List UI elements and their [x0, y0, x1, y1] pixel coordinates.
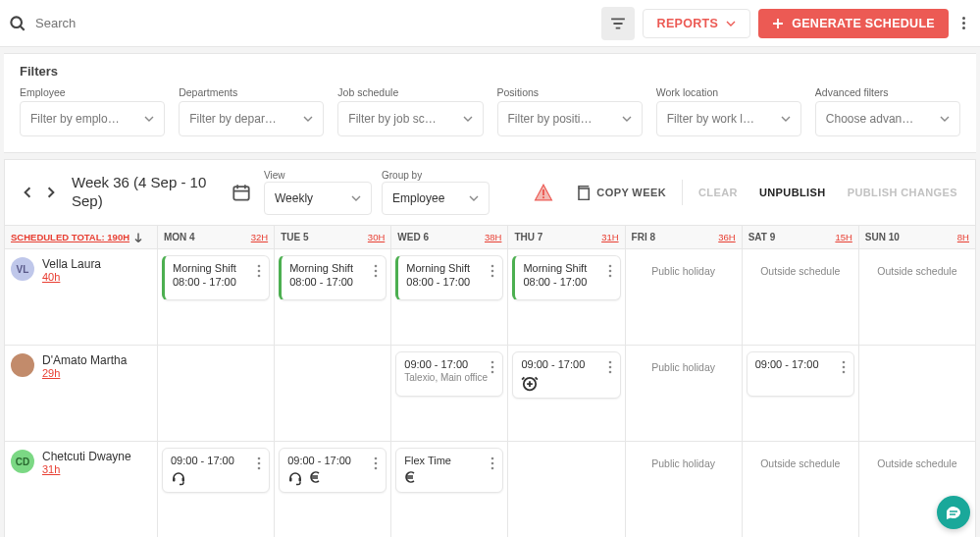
day-cell[interactable] [859, 346, 975, 441]
day-cell[interactable]: Morning Shift08:00 - 17:00 [508, 249, 625, 345]
day-cell[interactable]: Morning Shift08:00 - 17:00 [275, 249, 391, 345]
clear-button[interactable]: CLEAR [693, 181, 744, 204]
scheduled-total-link[interactable]: SCHEDULED TOTAL: 190H [11, 232, 129, 242]
day-header: FRI 8 36H [626, 226, 743, 248]
shift-menu-button[interactable] [489, 358, 496, 390]
shift-card[interactable]: 09:00 - 17:00 [747, 351, 854, 397]
employee-name: Chetcuti Dwayne [42, 450, 131, 463]
shift-menu-button[interactable] [606, 358, 614, 392]
search-input[interactable] [33, 15, 230, 31]
day-cell[interactable]: 09:00 - 17:00 [275, 442, 391, 537]
view-label: View [264, 170, 372, 181]
shift-menu-button[interactable] [372, 455, 380, 486]
shift-card[interactable]: Morning Shift08:00 - 17:00 [279, 255, 387, 300]
shift-time: 08:00 - 17:00 [289, 276, 372, 288]
shift-menu-button[interactable] [606, 262, 614, 294]
shift-menu-button[interactable] [255, 455, 263, 486]
copy-icon [575, 185, 591, 200]
calendar-icon[interactable] [232, 184, 250, 201]
day-cell[interactable]: 09:00 - 17:00 [158, 442, 275, 537]
day-hours-link[interactable]: 30H [368, 232, 385, 242]
filter-select[interactable]: Filter by work l… [656, 101, 801, 136]
day-cell[interactable]: Outside schedule [743, 442, 859, 537]
employee-hours-link[interactable]: 29h [42, 367, 127, 379]
shift-menu-button[interactable] [372, 262, 380, 294]
day-note: Public holiday [630, 448, 738, 469]
filter-select[interactable]: Filter by positi… [497, 101, 643, 136]
day-cell[interactable] [508, 442, 625, 537]
shift-card[interactable]: 09:00 - 17:00 [512, 351, 620, 399]
day-cell[interactable]: Outside schedule [743, 249, 859, 345]
sort-icon[interactable] [133, 232, 143, 243]
publish-button[interactable]: PUBLISH CHANGES [842, 181, 963, 204]
prev-week-button[interactable] [23, 187, 32, 198]
filter-toggle-button[interactable] [601, 7, 635, 40]
day-cell[interactable]: 09:00 - 17:00 [743, 346, 859, 441]
shift-card[interactable]: 09:00 - 17:00 [162, 448, 270, 493]
topbar-more-button[interactable] [956, 11, 970, 35]
warning-icon[interactable] [534, 184, 553, 201]
filters-title: Filters [20, 64, 960, 79]
unpublish-button[interactable]: UNPUBLISH [753, 181, 832, 204]
shift-card[interactable]: 09:00 - 17:00 [279, 448, 387, 493]
chevron-down-icon [303, 116, 313, 122]
reports-button[interactable]: REPORTS [643, 9, 751, 38]
groupby-label: Group by [382, 170, 490, 181]
day-cell[interactable] [275, 346, 391, 441]
filter-select[interactable]: Filter by depar… [179, 101, 324, 136]
filter-select[interactable]: Filter by job sc… [337, 101, 483, 136]
shift-menu-button[interactable] [840, 358, 848, 390]
day-hours-link[interactable]: 31H [601, 232, 618, 242]
chevron-down-icon [622, 116, 632, 122]
filter-1: Departments Filter by depar… [179, 86, 324, 136]
day-cell[interactable]: Morning Shift08:00 - 17:00 [391, 249, 508, 345]
employee-row: D'Amato Martha 29h 09:00 - 17:00Talexio,… [5, 346, 975, 442]
filter-placeholder: Filter by depar… [189, 112, 277, 126]
search-wrap [10, 15, 593, 31]
shift-card[interactable]: Morning Shift08:00 - 17:00 [395, 255, 503, 300]
copy-week-label: COPY WEEK [596, 187, 666, 198]
shift-time: 09:00 - 17:00 [521, 358, 605, 370]
day-hours-link[interactable]: 38H [485, 232, 501, 242]
copy-week-button[interactable]: COPY WEEK [569, 179, 672, 206]
shift-menu-button[interactable] [489, 262, 496, 294]
day-cell[interactable]: Morning Shift08:00 - 17:00 [158, 249, 275, 345]
day-hours-link[interactable]: 36H [718, 232, 735, 242]
filter-select[interactable]: Filter by emplo… [20, 101, 165, 136]
day-note: Outside schedule [863, 448, 971, 469]
chat-fab[interactable] [937, 496, 970, 529]
day-label: TUE 5 [281, 232, 308, 242]
view-select[interactable]: Weekly [264, 182, 372, 215]
shift-card[interactable]: Morning Shift08:00 - 17:00 [512, 255, 620, 300]
schedule-grid: SCHEDULED TOTAL: 190H MON 4 32HTUE 5 30H… [4, 226, 976, 537]
day-hours-link[interactable]: 15H [835, 232, 851, 242]
day-hours-link[interactable]: 32H [251, 232, 268, 242]
shift-card[interactable]: Flex Time [395, 448, 503, 493]
shift-card[interactable]: 09:00 - 17:00Talexio, Main office [395, 351, 503, 397]
day-hours-link[interactable]: 8H [957, 232, 969, 242]
day-cell[interactable]: Public holiday [626, 346, 743, 441]
day-cell[interactable] [158, 346, 275, 441]
schedule-toolbar: Week 36 (4 Sep - 10 Sep) View Weekly Gro… [4, 159, 976, 226]
filter-select[interactable]: Choose advan… [815, 101, 960, 136]
day-cell[interactable]: Public holiday [626, 442, 743, 537]
next-week-button[interactable] [46, 187, 56, 198]
shift-subtext: Talexio, Main office [404, 372, 489, 383]
shift-menu-button[interactable] [255, 262, 263, 294]
day-cell[interactable]: Flex Time [391, 442, 508, 537]
employee-hours-link[interactable]: 31h [42, 463, 131, 475]
day-cell[interactable]: 09:00 - 17:00Talexio, Main office [391, 346, 508, 441]
day-cell[interactable]: Outside schedule [859, 249, 975, 345]
shift-menu-button[interactable] [489, 455, 496, 486]
day-cell[interactable]: Public holiday [626, 249, 743, 345]
shift-title: Morning Shift [523, 262, 605, 274]
day-cell[interactable]: 09:00 - 17:00 [508, 346, 625, 441]
generate-schedule-button[interactable]: GENERATE SCHEDULE [758, 9, 949, 38]
shift-icons [171, 470, 255, 486]
shift-time: 08:00 - 17:00 [173, 276, 255, 288]
groupby-select[interactable]: Employee [382, 182, 490, 215]
employee-hours-link[interactable]: 40h [42, 271, 101, 283]
avatar: VL [11, 257, 34, 281]
employee-name: Vella Laura [42, 257, 101, 271]
shift-card[interactable]: Morning Shift08:00 - 17:00 [162, 255, 270, 300]
